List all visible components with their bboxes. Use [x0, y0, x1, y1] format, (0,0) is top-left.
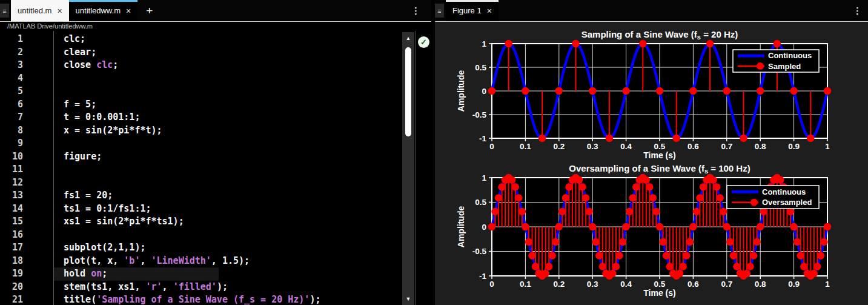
- close-icon[interactable]: ×: [57, 7, 62, 15]
- code-line-4[interactable]: 4: [0, 72, 402, 85]
- svg-text:0: 0: [489, 280, 494, 289]
- line-number: 21: [0, 293, 23, 305]
- svg-text:Continuous: Continuous: [762, 187, 806, 196]
- tab-label: untitledww.m: [76, 6, 121, 15]
- close-icon[interactable]: ×: [126, 7, 131, 15]
- scroll-up-icon[interactable]: ▲: [402, 33, 414, 43]
- close-icon[interactable]: ×: [487, 7, 492, 15]
- svg-text:1: 1: [482, 39, 486, 49]
- line-number: 6: [0, 98, 23, 112]
- tab-figure-1[interactable]: Figure 1 ×: [446, 0, 499, 21]
- svg-text:0.4: 0.4: [620, 280, 632, 289]
- svg-text:0.8: 0.8: [755, 280, 766, 289]
- lint-status-check-icon[interactable]: ✓: [418, 36, 429, 48]
- code-line-18[interactable]: 18plot(t, x, 'b', 'LineWidth', 1.5);: [0, 255, 402, 268]
- active-tab-indicator: [446, 0, 499, 2]
- code-text: close clc;: [64, 59, 118, 72]
- tab-untitledww-m[interactable]: untitledww.m ×: [69, 0, 138, 21]
- code-line-6[interactable]: 6f = 5;: [0, 98, 402, 112]
- code-text: clc;: [64, 33, 85, 46]
- code-text: t = 0:0.001:1;: [64, 111, 140, 124]
- panel-drag-grip-icon[interactable]: ≡: [435, 4, 444, 18]
- code-text: stem(ts1, xs1, 'r', 'filled');: [64, 281, 228, 294]
- tab-untitled-m[interactable]: untitled.m ×: [11, 0, 69, 21]
- svg-text:Sampled: Sampled: [768, 62, 801, 71]
- panel-drag-grip-icon[interactable]: ≡: [0, 4, 9, 18]
- code-line-9[interactable]: 9: [0, 137, 402, 150]
- code-line-17[interactable]: 17subplot(2,1,1);: [0, 241, 402, 255]
- editor-menu-icon[interactable]: ⋮: [411, 0, 420, 22]
- code-line-7[interactable]: 7t = 0:0.001:1;: [0, 111, 402, 124]
- code-text: figure;: [64, 150, 102, 164]
- svg-text:0.4: 0.4: [620, 142, 632, 151]
- figure-panel: ≡ Figure 1 × ⋮ 00.10.20.30.40.50.60.70.8…: [435, 0, 868, 305]
- scrollbar-thumb[interactable]: [405, 47, 411, 136]
- line-number: 4: [0, 72, 23, 85]
- matlab-online-window: ≡ untitled.m × untitledww.m × + ⋮ /MATLA…: [0, 0, 868, 305]
- figure-canvas: 00.10.20.30.40.50.60.70.80.91-1-0.500.51…: [435, 22, 868, 305]
- line-number: 14: [0, 203, 23, 216]
- code-line-19[interactable]: 19hold on;: [0, 267, 402, 281]
- scroll-down-icon[interactable]: ▼: [402, 294, 414, 304]
- code-line-14[interactable]: 14ts1 = 0:1/fs1:1;: [0, 203, 402, 216]
- code-line-5[interactable]: 5: [0, 85, 402, 98]
- svg-text:-1: -1: [479, 134, 486, 143]
- tab-label: Figure 1: [452, 6, 482, 15]
- line-number: 19: [0, 267, 23, 281]
- line-number: 7: [0, 111, 23, 124]
- code-line-8[interactable]: 8x = sin(2*pi*f*t);: [0, 124, 402, 138]
- svg-text:Continuous: Continuous: [768, 51, 812, 60]
- code-line-15[interactable]: 15xs1 = sin(2*pi*f*ts1);: [0, 215, 402, 229]
- code-line-10[interactable]: 10figure;: [0, 150, 402, 164]
- svg-text:Sampling of a Sine Wave (fs =: Sampling of a Sine Wave (fs = 20 Hz): [581, 29, 738, 41]
- line-number: 8: [0, 124, 23, 138]
- line-number: 3: [0, 59, 23, 72]
- code-text: f = 5;: [64, 98, 96, 112]
- code-line-16[interactable]: 16: [0, 229, 402, 242]
- code-line-20[interactable]: 20stem(ts1, xs1, 'r', 'filled');: [0, 281, 402, 294]
- code-line-11[interactable]: 11: [0, 163, 402, 176]
- line-number: 2: [0, 46, 23, 59]
- code-text: ts1 = 0:1/fs1:1;: [64, 203, 151, 216]
- code-text: xs1 = sin(2*pi*f*ts1);: [64, 215, 184, 229]
- code-text: hold on;: [64, 267, 107, 281]
- svg-text:0.1: 0.1: [520, 142, 531, 151]
- line-number: 13: [0, 189, 23, 203]
- code-line-3[interactable]: 3close clc;: [0, 59, 402, 72]
- code-text: title('Sampling of a Sine Wave (f_s = 20…: [64, 293, 320, 305]
- code-editor[interactable]: 1clc;2clear;3close clc;456f = 5;7t = 0:0…: [0, 31, 402, 305]
- svg-text:0.3: 0.3: [587, 142, 598, 151]
- code-text: subplot(2,1,1);: [64, 241, 145, 255]
- code-text: fs1 = 20;: [64, 189, 113, 203]
- svg-text:-0.5: -0.5: [472, 247, 487, 256]
- code-line-12[interactable]: 12: [0, 176, 402, 190]
- svg-text:Oversampling of a Sine Wave (f: Oversampling of a Sine Wave (fs = 100 Hz…: [569, 163, 750, 175]
- breadcrumb: /MATLAB Drive/untitledww.m: [0, 22, 431, 31]
- tab-label: untitled.m: [18, 6, 51, 15]
- svg-text:0.2: 0.2: [553, 280, 565, 289]
- svg-text:1: 1: [825, 142, 830, 151]
- line-number: 15: [0, 215, 23, 229]
- line-number: 10: [0, 150, 23, 164]
- line-number: 5: [0, 85, 23, 98]
- svg-text:0: 0: [482, 87, 486, 96]
- svg-text:1: 1: [482, 173, 486, 183]
- code-line-1[interactable]: 1clc;: [0, 33, 402, 46]
- figure-body: 00.10.20.30.40.50.60.70.80.91-1-0.500.51…: [435, 22, 868, 305]
- line-number: 20: [0, 281, 23, 294]
- code-line-2[interactable]: 2clear;: [0, 46, 402, 59]
- line-number: 17: [0, 241, 23, 255]
- code-line-13[interactable]: 13fs1 = 20;: [0, 189, 402, 203]
- svg-text:0.9: 0.9: [788, 142, 800, 151]
- scrollbar[interactable]: ▲ ▼: [402, 32, 414, 305]
- svg-text:Oversampled: Oversampled: [762, 198, 812, 207]
- new-tab-button[interactable]: +: [137, 0, 161, 21]
- code-line-21[interactable]: 21title('Sampling of a Sine Wave (f_s = …: [0, 293, 402, 305]
- svg-text:0.5: 0.5: [475, 63, 486, 72]
- svg-text:0.7: 0.7: [721, 142, 732, 151]
- svg-text:-0.5: -0.5: [472, 110, 487, 119]
- svg-text:Amplitude: Amplitude: [456, 206, 466, 248]
- figure-menu-icon[interactable]: ⋮: [853, 0, 862, 22]
- line-number: 16: [0, 229, 23, 242]
- code-text: x = sin(2*pi*f*t);: [64, 124, 162, 138]
